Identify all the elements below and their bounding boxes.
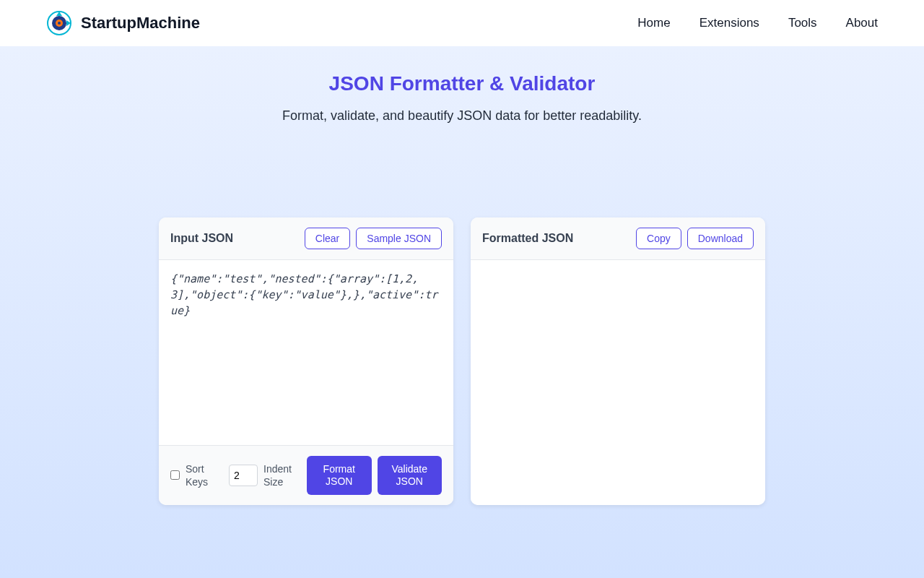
svg-point-3 [58,22,61,25]
sort-keys-label: Sort Keys [186,462,219,488]
json-input[interactable] [170,272,442,431]
validate-json-button[interactable]: Validate JSON [378,456,443,495]
nav-link-home[interactable]: Home [637,16,670,30]
output-card-body [471,260,765,505]
input-card-body [159,260,453,445]
input-card: Input JSON Clear Sample JSON Sort Keys I… [159,217,453,505]
copy-button[interactable]: Copy [636,228,681,249]
nav-link-tools[interactable]: Tools [788,16,817,30]
hero-section: JSON Formatter & Validator Format, valid… [0,46,924,578]
nav-link-extensions[interactable]: Extensions [699,16,759,30]
main-nav: Home Extensions Tools About [637,16,878,30]
download-button[interactable]: Download [687,228,754,249]
nav-link-about[interactable]: About [846,16,878,30]
output-card-header: Formatted JSON Copy Download [471,217,765,260]
input-card-footer: Sort Keys Indent Size Format JSON Valida… [159,445,453,505]
output-card-title: Formatted JSON [482,232,573,245]
logo-icon [46,10,72,36]
site-header: StartupMachine Home Extensions Tools Abo… [0,0,924,46]
indent-size-label: Indent Size [263,462,297,488]
indent-size-input[interactable] [229,465,258,486]
page-subtitle: Format, validate, and beautify JSON data… [0,108,924,124]
input-card-title: Input JSON [170,232,233,245]
clear-button[interactable]: Clear [305,228,350,249]
panels-row: Input JSON Clear Sample JSON Sort Keys I… [144,217,780,505]
hero-head: JSON Formatter & Validator Format, valid… [0,72,924,124]
input-card-header: Input JSON Clear Sample JSON [159,217,453,260]
indent-option: Indent Size [229,462,297,488]
output-card: Formatted JSON Copy Download [471,217,765,505]
brand[interactable]: StartupMachine [46,10,200,36]
output-header-actions: Copy Download [636,228,754,249]
input-header-actions: Clear Sample JSON [305,228,442,249]
sample-json-button[interactable]: Sample JSON [356,228,442,249]
footer-actions: Format JSON Validate JSON [307,456,442,495]
brand-name: StartupMachine [81,14,200,33]
page-title: JSON Formatter & Validator [0,72,924,95]
sort-keys-checkbox[interactable] [170,470,180,480]
sort-keys-option: Sort Keys [170,462,219,488]
format-json-button[interactable]: Format JSON [307,456,372,495]
